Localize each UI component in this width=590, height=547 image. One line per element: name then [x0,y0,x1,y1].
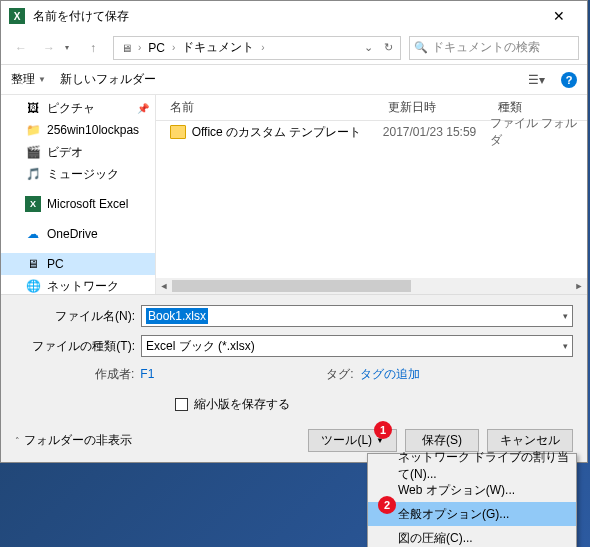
tools-menu: ネットワーク ドライブの割り当て(N)...Web オプション(W)...全般オ… [367,453,577,547]
dropdown-icon[interactable]: ⌄ [360,40,376,56]
refresh-icon[interactable]: ↻ [380,40,396,56]
titlebar: X 名前を付けて保存 ✕ [1,1,587,31]
sidebar-label: ピクチャ [47,100,95,117]
file-list: 名前 更新日時 種類 Office のカスタム テンプレート2017/01/23… [156,95,587,294]
new-folder-button[interactable]: 新しいフォルダー [60,71,156,88]
forward-button[interactable]: → [37,36,61,60]
sidebar-icon: 🌐 [25,278,41,294]
close-button[interactable]: ✕ [539,2,579,30]
chevron-down-icon[interactable]: ▾ [563,311,568,321]
tag-label: タグ: [326,366,353,383]
chevron-right-icon: › [172,42,175,53]
sidebar-label: ミュージック [47,166,119,183]
col-name[interactable]: 名前 [156,99,388,116]
toolbar: 整理▼ 新しいフォルダー ☰▾ ? [1,65,587,95]
scrollbar-horizontal[interactable]: ◄ ► [156,278,587,294]
scroll-left-icon[interactable]: ◄ [156,278,172,294]
sidebar-label: ビデオ [47,144,83,161]
crumb-documents[interactable]: ドキュメント [179,39,257,56]
file-name: Office のカスタム テンプレート [192,124,383,141]
scroll-right-icon[interactable]: ► [571,278,587,294]
address-bar[interactable]: 🖥 › PC › ドキュメント › ⌄ ↻ [113,36,401,60]
pin-icon: 📌 [137,103,149,114]
up-button[interactable]: ↑ [81,36,105,60]
sidebar-icon: X [25,196,41,212]
sidebar-icon: 🎵 [25,166,41,182]
filetype-select[interactable]: Excel ブック (*.xlsx) ▾ [141,335,573,357]
chevron-up-icon: ˄ [15,436,20,446]
chevron-right-icon: › [261,42,264,53]
main-area: 🖼ピクチャ📌📁256win10lockpas🎬ビデオ🎵ミュージックXMicros… [1,95,587,295]
sidebar-item[interactable]: 🖥PC [1,253,155,275]
navbar: ← → ▾ ↑ 🖥 › PC › ドキュメント › ⌄ ↻ 🔍 ドキュメントの検… [1,31,587,65]
menu-item[interactable]: 図の圧縮(C)... [368,526,576,547]
folder-visibility-toggle[interactable]: ˄ フォルダーの非表示 [15,432,132,449]
chevron-right-icon: › [138,42,141,53]
sidebar-label: Microsoft Excel [47,197,128,211]
menu-item[interactable]: ネットワーク ドライブの割り当て(N)... [368,454,576,478]
menu-item[interactable]: 全般オプション(G)... [368,502,576,526]
sidebar-item[interactable]: 📁256win10lockpas [1,119,155,141]
col-date[interactable]: 更新日時 [388,99,498,116]
sidebar-item[interactable]: 🌐ネットワーク [1,275,155,294]
sidebar-icon: 🖼 [25,100,41,116]
dialog-title: 名前を付けて保存 [33,8,539,25]
annotation-badge-1: 1 [374,421,392,439]
back-button[interactable]: ← [9,36,33,60]
pc-icon: 🖥 [118,40,134,56]
excel-icon: X [9,8,25,24]
organize-menu[interactable]: 整理▼ [11,71,46,88]
filetype-value: Excel ブック (*.xlsx) [146,338,255,355]
crumb-pc[interactable]: PC [145,41,168,55]
folder-icon [170,125,186,139]
file-row[interactable]: Office のカスタム テンプレート2017/01/23 15:59ファイル … [156,121,587,143]
filetype-label: ファイルの種類(T): [15,338,141,355]
sidebar-item[interactable]: XMicrosoft Excel [1,193,155,215]
sidebar: 🖼ピクチャ📌📁256win10lockpas🎬ビデオ🎵ミュージックXMicros… [1,95,156,294]
search-placeholder: ドキュメントの検索 [432,39,540,56]
sidebar-label: ネットワーク [47,278,119,295]
filename-value: Book1.xlsx [146,308,208,324]
sidebar-icon: 🖥 [25,256,41,272]
file-date: 2017/01/23 15:59 [383,125,490,139]
sidebar-icon: 🎬 [25,144,41,160]
sidebar-item[interactable]: 🖼ピクチャ📌 [1,97,155,119]
sidebar-item[interactable]: 🎵ミュージック [1,163,155,185]
sidebar-item[interactable]: ☁OneDrive [1,223,155,245]
search-icon: 🔍 [414,41,428,54]
thumbnail-label: 縮小版を保存する [194,396,290,413]
save-dialog: X 名前を付けて保存 ✕ ← → ▾ ↑ 🖥 › PC › ドキュメント › ⌄… [0,0,588,463]
author-label: 作成者: [95,366,134,383]
file-type: ファイル フォルダ [490,115,587,149]
sidebar-item[interactable]: 🎬ビデオ [1,141,155,163]
bottom-panel: ファイル名(N): Book1.xlsx ▾ ファイルの種類(T): Excel… [1,295,587,462]
history-dropdown[interactable]: ▾ [65,43,75,52]
annotation-badge-2: 2 [378,496,396,514]
sidebar-label: 256win10lockpas [47,123,139,137]
sidebar-label: OneDrive [47,227,98,241]
sidebar-icon: ☁ [25,226,41,242]
col-type[interactable]: 種類 [498,99,587,116]
sidebar-label: PC [47,257,64,271]
filename-label: ファイル名(N): [15,308,141,325]
search-input[interactable]: 🔍 ドキュメントの検索 [409,36,579,60]
help-icon[interactable]: ? [561,72,577,88]
filename-input[interactable]: Book1.xlsx ▾ [141,305,573,327]
scroll-thumb[interactable] [172,280,411,292]
tag-value[interactable]: タグの追加 [360,366,420,383]
sidebar-icon: 📁 [25,122,41,138]
view-options-icon[interactable]: ☰▾ [525,69,547,91]
chevron-down-icon[interactable]: ▾ [563,341,568,351]
author-value[interactable]: F1 [140,367,154,381]
thumbnail-checkbox[interactable] [175,398,188,411]
